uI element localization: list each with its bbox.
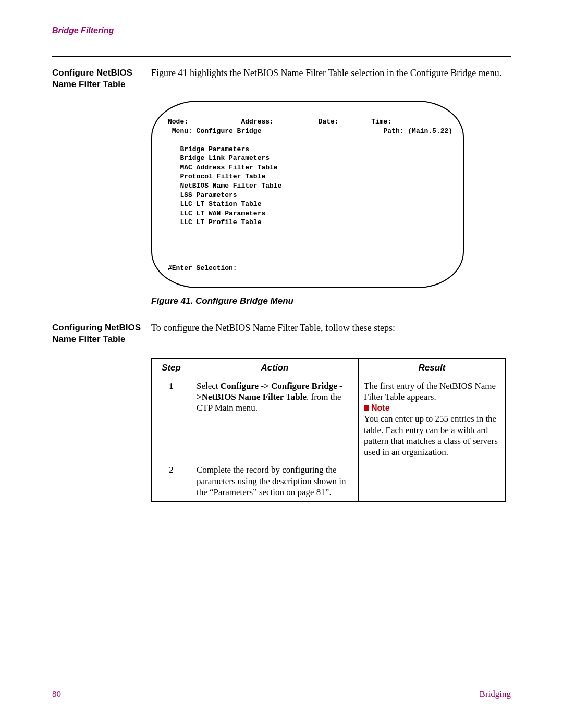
note-square-icon [364,405,369,411]
section-configuring-steps: Configuring NetBIOS Name Filter Table To… [52,322,511,345]
note-heading: Note [364,403,390,412]
rule-top [52,56,511,57]
term-prompt: #Enter Selection: [168,264,237,272]
term-item: LLC LT Profile Table [180,218,261,226]
sidehead-configure-netbios: Configure NetBIOS Name Filter Table [52,67,151,90]
term-menu: Menu: Configure Bridge [168,127,261,135]
table-header-row: Step Action Result [152,359,506,377]
term-item: MAC Address Filter Table [180,164,277,171]
term-time: Time: [371,118,391,126]
term-item: LLC LT Station Table [180,200,261,208]
term-item: LLC LT WAN Parameters [180,209,265,217]
term-addr: Address: [241,118,273,126]
page-number: 80 [52,689,61,699]
action-text: Select [197,381,221,391]
terminal-screen: Node: Address: Date: Time: Menu: Configu… [151,101,464,288]
term-item: LSS Parameters [180,191,237,199]
step-number: 2 [152,461,191,501]
term-date: Date: [319,118,339,126]
section-configure-netbios: Configure NetBIOS Name Filter Table Figu… [52,67,511,90]
running-head: Bridge Filtering [52,26,511,35]
footer-section: Bridging [480,689,511,699]
col-action: Action [191,359,359,377]
body-configure-netbios: Figure 41 highlights the NetBIOS Name Fi… [151,67,511,90]
table-row: 1 Select Configure -> Configure Bridge -… [152,377,506,461]
body-configuring-steps: To configure the NetBIOS Name Filter Tab… [151,322,511,345]
term-item: Bridge Link Parameters [180,154,270,162]
step-result: The first entry of the NetBIOS Name Filt… [359,377,506,461]
col-result: Result [359,359,506,377]
term-item: Bridge Parameters [180,145,249,153]
note-label: Note [371,403,390,412]
term-node: Node: [168,118,188,126]
page: Bridge Filtering Configure NetBIOS Name … [0,0,563,728]
steps-table: Step Action Result 1 Select Configure ->… [151,358,506,502]
step-action: Select Configure -> Configure Bridge ->N… [191,377,359,461]
term-path: Path: (Main.5.22) [383,127,452,135]
page-footer: 80 Bridging [52,689,511,699]
note-body: You can enter up to 255 entries in the t… [364,414,498,457]
step-number: 1 [152,377,191,461]
step-result [359,461,506,501]
terminal-figure: Node: Address: Date: Time: Menu: Configu… [151,101,464,288]
step-action: Complete the record by configuring the p… [191,461,359,501]
figure-caption: Figure 41. Configure Bridge Menu [151,296,511,306]
sidehead-configuring-steps: Configuring NetBIOS Name Filter Table [52,322,151,345]
table-row: 2 Complete the record by configuring the… [152,461,506,501]
result-text: The first entry of the NetBIOS Name Filt… [364,381,496,402]
term-item: Protocol Filter Table [180,172,265,180]
col-step: Step [152,359,191,377]
term-item: NetBIOS Name Filter Table [180,182,282,190]
